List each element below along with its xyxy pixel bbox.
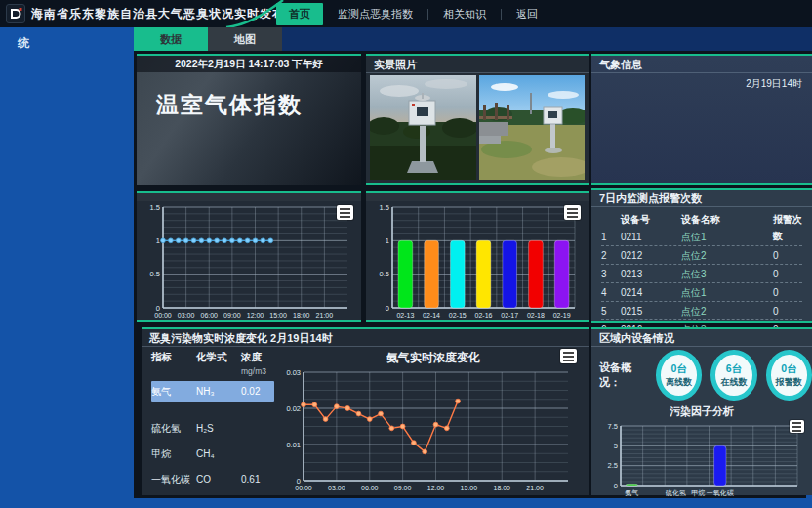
svg-text:21:00: 21:00 (316, 312, 334, 318)
svg-text:1: 1 (156, 236, 160, 245)
photos-header: 实景照片 (366, 56, 589, 73)
device-panel: 区域内设备情况 设备概况： 0台 离线数 6台 在线数 0台 报警数 污染因子分… (591, 327, 812, 495)
svg-text:0.5: 0.5 (380, 270, 389, 278)
svg-text:02-17: 02-17 (501, 312, 518, 318)
svg-text:0.5: 0.5 (150, 270, 160, 278)
svg-text:0: 0 (614, 482, 618, 490)
svg-text:5: 5 (614, 442, 618, 450)
svg-text:09:00: 09:00 (223, 312, 241, 318)
svg-text:02-16: 02-16 (475, 312, 493, 318)
svg-text:03:00: 03:00 (328, 485, 345, 491)
tab-map[interactable]: 地图 (208, 27, 282, 51)
svg-text:18:00: 18:00 (493, 485, 510, 491)
left-sidebar: 统 (0, 27, 134, 508)
conc-unit: mg/m3 (241, 366, 266, 376)
odor-row-ammonia[interactable]: 氨气NH₃0.02 (151, 381, 274, 402)
svg-text:06:00: 06:00 (200, 312, 218, 318)
logo-glyph (7, 5, 24, 22)
pollution-factor-chart: 02.557.5氨气硫化氢甲烷一氧化碳 (595, 420, 808, 498)
alarm-header: 7日内监测点报警次数 (591, 190, 812, 207)
device-overview-row: 设备概况： 0台 离线数 6台 在线数 0台 报警数 (591, 350, 812, 401)
device-overview-label: 设备概况： (599, 360, 647, 390)
dashboard-app: 海南省乐东黎族自治县大气恶臭状况实时发布系 首页 监测点恶臭指数 相关知识 返回… (0, 0, 812, 508)
svg-text:00:00: 00:00 (154, 312, 172, 318)
odor-table-header-row: 指标 化学式 浓度 mg/m3 (151, 351, 274, 376)
svg-text:02-14: 02-14 (423, 312, 440, 318)
alarm-table: 设备号 设备名称 报警次数 10211 点位10 20212 点位20 3021… (591, 207, 812, 339)
svg-text:0.03: 0.03 (286, 368, 301, 377)
photo-row (366, 73, 589, 182)
odor-row-co[interactable]: 一氧化碳CO0.61 (151, 469, 274, 489)
online-count-circle: 6台 在线数 (710, 350, 756, 401)
svg-text:氨气: 氨气 (625, 489, 638, 496)
chart-menu-icon[interactable] (790, 420, 804, 433)
photos-panel: 实景照片 (366, 54, 589, 185)
main-nav: 首页 监测点恶臭指数 相关知识 返回 (276, 0, 552, 27)
datetime-text: 2022年2月19日 14:17:03 下午好 (137, 56, 361, 72)
tab-data[interactable]: 数据 (134, 27, 208, 51)
greeting-panel: 2022年2月19日 14:17:03 下午好 温室气体指数 (137, 54, 361, 185)
daily-index-bar-chart: 00.511.502-1302-1402-1502-1602-1702-1802… (367, 201, 588, 320)
chart-menu-icon[interactable] (560, 349, 577, 363)
col-formula: 化学式 (196, 351, 241, 376)
table-row: 40214 点位10 (601, 283, 802, 302)
nav-knowledge[interactable]: 相关知识 (428, 0, 501, 27)
svg-text:21:00: 21:00 (526, 485, 544, 491)
site-photo-dusk (370, 75, 476, 180)
alarm-table-panel: 7日内监测点报警次数 设备号 设备名称 报警次数 10211 点位10 2021… (591, 188, 812, 323)
svg-text:12:00: 12:00 (427, 485, 445, 491)
svg-text:1.5: 1.5 (150, 203, 160, 212)
nav-home[interactable]: 首页 (276, 3, 323, 25)
daily-bars-panel: 00.511.502-1302-1402-1502-1602-1702-1802… (366, 191, 589, 322)
col-indicator: 指标 (151, 351, 196, 376)
odor-row-ch4[interactable]: 甲烷CH₄ (151, 444, 274, 464)
svg-text:03:00: 03:00 (178, 312, 195, 318)
svg-text:1: 1 (386, 236, 389, 245)
ammonia-trend-chart: 00.010.020.0300:0003:0006:0009:0012:0015… (278, 366, 589, 493)
svg-text:09:00: 09:00 (394, 485, 412, 491)
odor-header: 恶臭污染物实时浓度变化 2月19日14时 (142, 329, 589, 347)
chart-panel-header (366, 193, 589, 201)
alarm-table-header-row: 设备号 设备名称 报警次数 (601, 211, 802, 228)
svg-text:0.02: 0.02 (286, 404, 301, 413)
col-conc: 浓度 mg/m3 (241, 351, 280, 376)
device-header: 区域内设备情况 (591, 329, 812, 347)
tab-bar: 数据 地图 (134, 27, 812, 51)
chart-menu-icon[interactable] (337, 205, 353, 220)
site-photo-day (479, 75, 586, 180)
svg-text:00:00: 00:00 (295, 485, 312, 491)
svg-text:18:00: 18:00 (293, 312, 310, 318)
pollution-factor-title: 污染因子分析 (591, 404, 812, 419)
svg-text:02-13: 02-13 (396, 312, 414, 318)
greenhouse-chart-panel: 00.511.500:0003:0006:0009:0012:0015:0018… (137, 191, 361, 322)
table-row: 10211 点位10 (601, 228, 802, 246)
top-bar: 海南省乐东黎族自治县大气恶臭状况实时发布系 首页 监测点恶臭指数 相关知识 返回 (0, 0, 812, 27)
svg-text:06:00: 06:00 (361, 485, 379, 491)
svg-text:02-18: 02-18 (527, 312, 545, 318)
svg-text:0.01: 0.01 (286, 441, 301, 449)
chart-menu-icon[interactable] (564, 205, 581, 220)
nav-odor-index[interactable]: 监测点恶臭指数 (323, 0, 427, 27)
svg-text:02-15: 02-15 (449, 312, 467, 318)
svg-text:15:00: 15:00 (269, 312, 287, 318)
table-row: 50215 点位20 (601, 302, 802, 320)
svg-text:甲烷: 甲烷 (691, 489, 705, 497)
ammonia-chart-title: 氨气实时浓度变化 (278, 350, 589, 366)
table-row: 20212 点位20 (601, 246, 802, 265)
odor-table: 指标 化学式 浓度 mg/m3 氨气NH₃0.02 硫化氢H₂S 甲烷CH₄ 一… (142, 347, 278, 493)
svg-text:7.5: 7.5 (608, 422, 618, 431)
weather-panel: 气象信息 2月19日14时 (591, 54, 812, 185)
greenhouse-trend-chart: 00.511.500:0003:0006:0009:0012:0015:0018… (138, 201, 360, 320)
nav-back[interactable]: 返回 (502, 0, 552, 27)
svg-text:硫化氢: 硫化氢 (665, 489, 686, 497)
bottom-strip (0, 498, 812, 508)
svg-text:一氧化碳: 一氧化碳 (707, 489, 734, 497)
svg-text:15:00: 15:00 (461, 485, 478, 491)
svg-text:2.5: 2.5 (608, 461, 618, 470)
svg-text:12:00: 12:00 (247, 312, 264, 318)
svg-text:1.5: 1.5 (380, 203, 389, 212)
page-title: 温室气体指数 (156, 90, 361, 120)
offline-count-circle: 0台 离线数 (656, 350, 702, 401)
sidebar-label: 统 (18, 35, 29, 52)
odor-row-h2s[interactable]: 硫化氢H₂S (151, 418, 274, 439)
